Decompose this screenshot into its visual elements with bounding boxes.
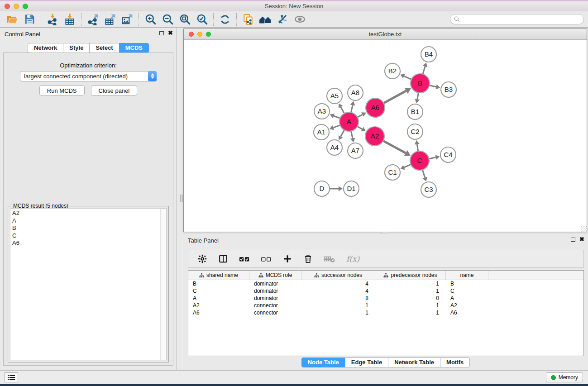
table-row[interactable]: Bdominator41B	[188, 280, 583, 287]
tab-select[interactable]: Select	[89, 43, 119, 53]
optimization-criterion-label: Optimization criterion:	[4, 62, 173, 69]
memory-label: Memory	[559, 374, 578, 381]
optimization-select[interactable]: largest connected component (directed)	[20, 71, 157, 81]
graph-edge-B-B4[interactable]	[423, 67, 425, 75]
graph-node-label: A2	[371, 132, 379, 140]
graph-edge-A-A4[interactable]	[341, 129, 345, 136]
result-item[interactable]: A	[12, 217, 160, 225]
float-panel-icon[interactable]	[571, 238, 575, 242]
graph-edge-B-B3[interactable]	[429, 85, 436, 87]
export-table-button[interactable]	[101, 12, 119, 27]
graph-edge-A-A5[interactable]	[341, 107, 345, 114]
select-stepper-icon	[148, 71, 157, 81]
import-table-button[interactable]	[61, 12, 78, 27]
run-mcds-button[interactable]: Run MCDS	[39, 86, 85, 95]
import-network-button[interactable]	[44, 12, 61, 27]
zoom-selected-button[interactable]	[193, 12, 210, 27]
gear-icon	[197, 254, 207, 264]
search-input[interactable]	[450, 14, 584, 24]
split-columns-icon	[218, 254, 228, 264]
select-all-button[interactable]	[239, 254, 250, 264]
column-header-label: predecessor nodes	[391, 272, 437, 278]
graph-edge-C-C2[interactable]	[417, 144, 418, 152]
tab-edge-table[interactable]: Edge Table	[345, 357, 388, 367]
toolbar-separator	[81, 13, 81, 26]
table-cell: 1	[375, 302, 446, 309]
function-builder-button[interactable]: f(x)	[346, 254, 359, 263]
tab-motifs[interactable]: Motifs	[440, 357, 470, 367]
graph-node-label: A	[347, 118, 351, 125]
result-item[interactable]: C	[12, 232, 160, 240]
home-layout-button[interactable]	[257, 12, 274, 27]
graph-edge-arrowhead	[415, 99, 420, 103]
column-header-MCDS-role[interactable]: MCDS role	[249, 271, 301, 280]
table-row[interactable]: Cdominator41C	[188, 287, 583, 295]
import-table-icon	[64, 14, 76, 25]
splitter-grip-vertical[interactable]	[180, 195, 183, 202]
graph-edge-A2-C[interactable]	[383, 141, 406, 153]
save-session-button[interactable]	[21, 12, 38, 27]
graph-edge-A-A8[interactable]	[351, 105, 353, 113]
column-header-predecessor-nodes[interactable]: predecessor nodes	[375, 271, 446, 280]
close-panel-icon[interactable]: ✖	[168, 31, 173, 35]
column-header-successor-nodes[interactable]: successor nodes	[301, 271, 375, 280]
search-field-wrap	[450, 14, 584, 24]
result-item[interactable]: A6	[12, 239, 160, 247]
close-panel-button[interactable]: Close panel	[91, 86, 138, 95]
table-cell: 8	[301, 295, 375, 302]
graph-edge-A-A1[interactable]	[333, 125, 340, 128]
graph-edge-A-A3[interactable]	[334, 116, 340, 119]
result-item[interactable]: A2	[12, 210, 160, 217]
memory-button[interactable]: Memory	[546, 372, 583, 382]
table-cell: B	[188, 280, 249, 287]
table-cell: dominator	[249, 295, 301, 302]
show-graphics-details-button[interactable]	[291, 12, 308, 27]
window-resize-grip[interactable]	[581, 226, 587, 232]
table-settings-button[interactable]	[197, 254, 207, 264]
zoom-in-button[interactable]	[142, 12, 159, 27]
export-image-button[interactable]	[119, 12, 136, 27]
export-network-button[interactable]	[84, 12, 101, 27]
refresh-button[interactable]	[216, 12, 234, 27]
zoom-out-button[interactable]	[159, 12, 176, 27]
graph-edge-C-C4[interactable]	[429, 157, 436, 159]
network-window-titlebar[interactable]: testGlobe.txt	[184, 29, 587, 40]
close-panel-icon[interactable]: ✖	[579, 237, 584, 242]
table-row[interactable]: A2connector11A2	[188, 302, 583, 309]
table-row[interactable]: Adominator80A	[188, 295, 583, 302]
zoom-fit-button[interactable]	[176, 12, 193, 27]
graph-node-label: D1	[347, 185, 355, 192]
open-session-button[interactable]	[4, 12, 21, 27]
tab-mcds[interactable]: MCDS	[119, 43, 149, 53]
memory-status-dot	[551, 375, 556, 380]
graph-edge-B-B2[interactable]	[404, 76, 412, 80]
graph-edge-C-C1[interactable]	[404, 164, 411, 167]
zoom-in-icon	[144, 13, 157, 25]
graph-edge-B-B1[interactable]	[417, 92, 419, 100]
list-icon	[8, 375, 15, 381]
delete-table-button[interactable]	[324, 254, 335, 264]
split-panel-button[interactable]	[218, 254, 228, 264]
task-history-button[interactable]	[5, 372, 18, 382]
tab-network-table[interactable]: Network Table	[388, 357, 440, 367]
graph-edge-C-C3[interactable]	[422, 169, 425, 177]
result-scrollbar[interactable]	[160, 209, 166, 360]
result-item[interactable]: B	[12, 224, 160, 232]
add-column-button[interactable]	[282, 254, 292, 264]
column-header-shared-name[interactable]: shared name	[188, 271, 249, 280]
column-header-name[interactable]: name	[446, 271, 488, 280]
float-panel-icon[interactable]	[159, 31, 164, 35]
tab-node-table[interactable]: Node Table	[301, 357, 345, 367]
graph-edge-A-A7[interactable]	[351, 131, 353, 138]
table-row[interactable]: A6connector11A6	[188, 309, 583, 316]
tab-style[interactable]: Style	[63, 43, 90, 53]
hide-graphics-details-button[interactable]	[274, 12, 291, 27]
network-canvas[interactable]: AA1A2A3A4A5A6A7A8BB1B2B3B4CC1C2C3C4DD1	[184, 40, 587, 232]
copy-network-view-button[interactable]	[239, 12, 257, 27]
delete-columns-button[interactable]	[303, 254, 313, 264]
tab-network[interactable]: Network	[28, 43, 63, 53]
deselect-all-button[interactable]	[261, 254, 272, 264]
graph-edge-A6-B[interactable]	[383, 91, 406, 104]
select-all-checkboxes-icon	[239, 254, 250, 264]
table-panel: Table Panel ✖	[183, 234, 588, 370]
